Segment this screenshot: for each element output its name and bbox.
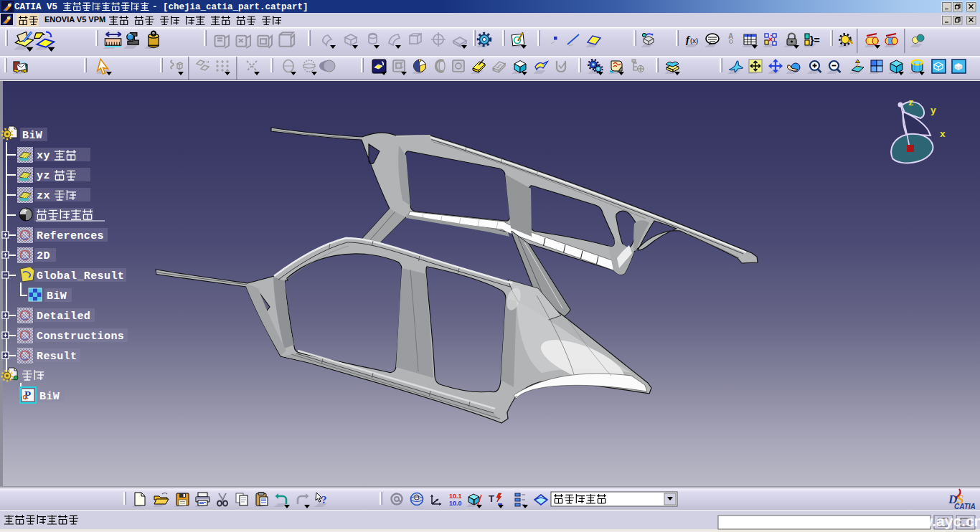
svg-text:x: x <box>940 129 946 140</box>
svg-text:?: ? <box>321 494 327 505</box>
svg-text:ENOVIA V5 VPM: ENOVIA V5 VPM <box>44 15 105 24</box>
svg-text:References: References <box>37 230 104 242</box>
svg-text:BiW: BiW <box>22 130 42 142</box>
svg-text:Constructions: Constructions <box>37 331 124 343</box>
svg-text:CATIA V5: CATIA V5 <box>14 2 57 12</box>
svg-text:xy: xy <box>37 150 50 162</box>
svg-text:A: A <box>728 32 733 40</box>
svg-text:Result: Result <box>37 351 77 363</box>
svg-text:}=: }= <box>810 34 820 46</box>
svg-text:z: z <box>908 98 914 108</box>
svg-text:BiW: BiW <box>39 391 60 403</box>
svg-text:2D: 2D <box>37 250 50 262</box>
svg-text:CATIA: CATIA <box>954 503 976 510</box>
svg-text:Detailed: Detailed <box>37 310 90 323</box>
svg-text:10.1: 10.1 <box>449 493 462 500</box>
svg-text:www.ayc.cn: www.ayc.cn <box>897 513 980 529</box>
svg-text:10.0: 10.0 <box>449 500 462 507</box>
svg-text:T: T <box>489 493 494 504</box>
svg-text:y: y <box>930 105 936 116</box>
svg-text:yz: yz <box>37 170 50 182</box>
svg-text:BiW: BiW <box>47 290 67 303</box>
svg-text:Global_Result: Global_Result <box>37 270 124 282</box>
svg-text:- [chejia_catia_part.catpart]: - [chejia_catia_part.catpart] <box>152 2 308 12</box>
svg-text:zx: zx <box>37 190 50 202</box>
svg-text:(x): (x) <box>690 37 698 44</box>
